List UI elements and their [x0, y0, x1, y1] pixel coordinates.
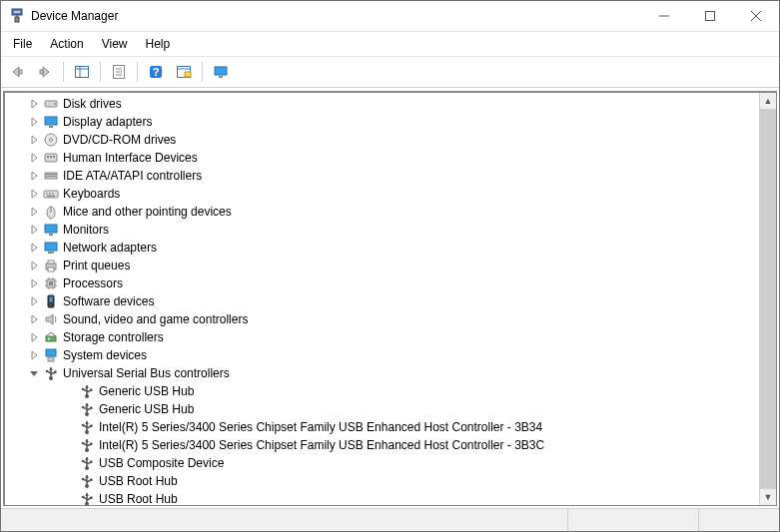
window-title: Device Manager [31, 9, 641, 23]
menu-action[interactable]: Action [42, 35, 91, 53]
storage-icon [43, 329, 59, 345]
tree-node-label: Keyboards [63, 187, 120, 201]
properties-button[interactable] [107, 60, 131, 84]
svg-rect-91 [90, 425, 93, 428]
toolbar-separator [137, 62, 138, 82]
svg-rect-35 [46, 174, 56, 175]
expand-icon[interactable] [27, 151, 41, 165]
svg-rect-21 [185, 72, 191, 77]
expander-placeholder [63, 492, 77, 505]
svg-rect-10 [76, 67, 89, 78]
expander-placeholder [63, 456, 77, 470]
tree-node-system-devices[interactable]: System devices [5, 346, 760, 364]
menu-file[interactable]: File [5, 35, 40, 53]
tree-node-intel-r-5-series-3400-series-chipset-family-usb-enhanced-host-controller-3b3c[interactable]: Intel(R) 5 Series/3400 Series Chipset Fa… [5, 436, 760, 454]
svg-rect-66 [46, 349, 56, 356]
close-button[interactable] [733, 1, 779, 31]
back-button[interactable] [5, 60, 29, 84]
tree-node-ide-ata-atapi-controllers[interactable]: IDE ATA/ATAPI controllers [5, 167, 760, 185]
svg-rect-109 [90, 479, 93, 482]
expand-icon[interactable] [27, 187, 41, 201]
tree-node-storage-controllers[interactable]: Storage controllers [5, 328, 760, 346]
tree-node-keyboards[interactable]: Keyboards [5, 185, 760, 203]
svg-point-107 [82, 478, 85, 481]
expand-icon[interactable] [27, 276, 41, 290]
tree-node-universal-serial-bus-controllers[interactable]: Universal Serial Bus controllers [5, 364, 760, 382]
tree-node-label: Sound, video and game controllers [63, 312, 248, 326]
svg-point-101 [82, 460, 85, 463]
network-icon [43, 240, 59, 256]
tree-node-usb-root-hub[interactable]: USB Root Hub [5, 490, 760, 505]
tree-node-label: Network adapters [63, 241, 157, 255]
tree-node-display-adapters[interactable]: Display adapters [5, 113, 760, 131]
maximize-button[interactable] [687, 1, 733, 31]
scroll-up-arrow[interactable]: ▲ [760, 93, 776, 109]
svg-rect-67 [48, 357, 54, 361]
svg-point-71 [46, 370, 49, 373]
device-tree[interactable]: Disk drivesDisplay adaptersDVD/CD-ROM dr… [5, 93, 760, 505]
tree-node-label: Generic USB Hub [99, 402, 194, 416]
svg-rect-50 [48, 261, 54, 264]
toolbar-separator [100, 62, 101, 82]
menu-help[interactable]: Help [138, 35, 179, 53]
ide-icon [43, 168, 59, 184]
tree-node-software-devices[interactable]: Software devices [5, 292, 760, 310]
tree-node-generic-usb-hub[interactable]: Generic USB Hub [5, 382, 760, 400]
monitor-button[interactable] [209, 60, 233, 84]
expand-icon[interactable] [27, 169, 41, 183]
tree-node-label: Display adapters [63, 115, 152, 129]
expand-icon[interactable] [27, 133, 41, 147]
expand-icon[interactable] [27, 205, 41, 219]
tree-node-mice-and-other-pointing-devices[interactable]: Mice and other pointing devices [5, 203, 760, 221]
svg-rect-2 [15, 17, 19, 22]
svg-rect-73 [54, 371, 57, 374]
tree-node-network-adapters[interactable]: Network adapters [5, 239, 760, 257]
tree-node-dvd-cd-rom-drives[interactable]: DVD/CD-ROM drives [5, 131, 760, 149]
vertical-scrollbar[interactable]: ▲ ▼ [759, 93, 776, 505]
expander-placeholder [63, 474, 77, 488]
scroll-down-arrow[interactable]: ▼ [760, 489, 776, 505]
expand-icon[interactable] [27, 330, 41, 344]
tree-node-intel-r-5-series-3400-series-chipset-family-usb-enhanced-host-controller-3b34[interactable]: Intel(R) 5 Series/3400 Series Chipset Fa… [5, 418, 760, 436]
tree-node-sound-video-and-game-controllers[interactable]: Sound, video and game controllers [5, 310, 760, 328]
scan-hardware-button[interactable] [172, 60, 196, 84]
tree-node-monitors[interactable]: Monitors [5, 221, 760, 239]
scroll-thumb[interactable] [760, 109, 776, 489]
svg-rect-22 [215, 67, 227, 75]
usb-icon [79, 419, 95, 435]
svg-rect-79 [90, 389, 93, 392]
svg-rect-38 [46, 193, 48, 195]
tree-node-label: Print queues [63, 259, 130, 272]
minimize-button[interactable] [641, 1, 687, 31]
tree-node-disk-drives[interactable]: Disk drives [5, 95, 760, 113]
tree-node-label: Software devices [63, 294, 154, 308]
tree-node-usb-root-hub[interactable]: USB Root Hub [5, 472, 760, 490]
monitor-icon [43, 222, 59, 238]
usb-icon [79, 401, 95, 417]
tree-node-usb-composite-device[interactable]: USB Composite Device [5, 454, 760, 472]
expander-placeholder [63, 420, 77, 434]
expand-icon[interactable] [27, 223, 41, 237]
tree-node-print-queues[interactable]: Print queues [5, 257, 760, 274]
statusbar [1, 508, 779, 531]
expand-icon[interactable] [27, 259, 41, 272]
expand-icon[interactable] [27, 348, 41, 362]
expand-icon[interactable] [27, 115, 41, 129]
menu-view[interactable]: View [94, 35, 136, 53]
expand-icon[interactable] [27, 97, 41, 111]
tree-node-label: USB Root Hub [99, 492, 178, 505]
tree-node-label: Monitors [63, 223, 109, 237]
tree-node-label: USB Composite Device [99, 456, 224, 470]
help-button[interactable]: ? [144, 60, 168, 84]
svg-rect-44 [45, 225, 57, 233]
collapse-icon[interactable] [27, 366, 41, 380]
expand-icon[interactable] [27, 312, 41, 326]
tree-node-generic-usb-hub[interactable]: Generic USB Hub [5, 400, 760, 418]
tree-node-human-interface-devices[interactable]: Human Interface Devices [5, 149, 760, 167]
forward-button[interactable] [33, 60, 57, 84]
expand-icon[interactable] [27, 294, 41, 308]
expand-icon[interactable] [27, 241, 41, 255]
tree-node-processors[interactable]: Processors [5, 274, 760, 292]
show-hide-tree-button[interactable] [70, 60, 94, 84]
tree-node-label: Intel(R) 5 Series/3400 Series Chipset Fa… [99, 438, 544, 452]
